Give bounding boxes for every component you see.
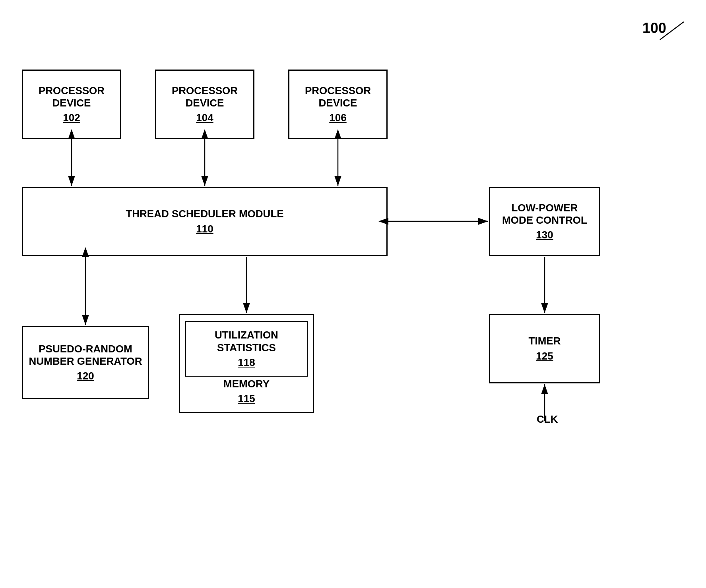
low-power-id: 130	[536, 229, 553, 241]
proc2-label: PROCESSORDEVICE	[172, 85, 238, 109]
processor-device-106: PROCESSORDEVICE 106	[288, 70, 388, 139]
low-power-label: LOW-POWERMODE CONTROL	[502, 202, 587, 226]
memory-id: 115	[238, 393, 255, 405]
pseudo-random-label: PSUEDO-RANDOMNUMBER GENERATOR	[29, 343, 142, 368]
processor-device-102: PROCESSORDEVICE 102	[22, 70, 121, 139]
proc3-id: 106	[329, 112, 346, 124]
pseudo-random-id: 120	[77, 370, 94, 382]
diagram-ref: 100	[642, 20, 666, 37]
pseudo-random-number-generator: PSUEDO-RANDOMNUMBER GENERATOR 120	[22, 326, 149, 399]
proc2-id: 104	[196, 112, 213, 124]
processor-device-104: PROCESSORDEVICE 104	[155, 70, 254, 139]
proc1-label: PROCESSORDEVICE	[39, 85, 105, 109]
proc1-id: 102	[63, 112, 80, 124]
timer-label: TIMER	[529, 335, 561, 347]
utilization-statistics-box: UTILIZATIONSTATISTICS 118	[185, 321, 308, 377]
clk-label: CLK	[537, 413, 558, 426]
utilization-id: 118	[238, 356, 255, 369]
thread-scheduler-id: 110	[196, 223, 213, 235]
timer-id: 125	[536, 350, 553, 362]
memory-label: MEMORY	[223, 378, 270, 390]
diagram: 100 PROCESSORDEVICE 102 PROCESSORDEVICE …	[0, 0, 706, 588]
utilization-label: UTILIZATIONSTATISTICS	[215, 329, 278, 354]
thread-scheduler-label: THREAD SCHEDULER MODULE	[126, 208, 283, 220]
proc3-label: PROCESSORDEVICE	[305, 85, 371, 109]
thread-scheduler-module: THREAD SCHEDULER MODULE 110	[22, 187, 388, 256]
timer-box: TIMER 125	[489, 314, 600, 383]
low-power-mode-control: LOW-POWERMODE CONTROL 130	[489, 187, 600, 256]
